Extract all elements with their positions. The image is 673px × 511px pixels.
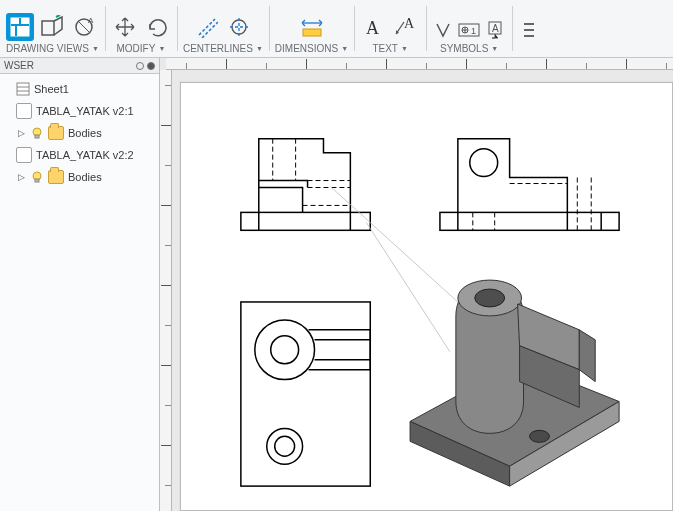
svg-rect-4 (42, 21, 54, 35)
svg-point-62 (530, 430, 550, 442)
ribbon-group-centerlines: CENTERLINES▼ (177, 0, 269, 57)
drawing-view-isometric (410, 280, 619, 486)
drawing-canvas[interactable]: Place projected view Or press Enter (160, 58, 673, 511)
svg-point-9 (232, 20, 246, 34)
ruler-vertical (160, 70, 172, 511)
component-icon (16, 103, 32, 119)
tree-node-bodies[interactable]: ▷ Bodies (2, 166, 157, 188)
chevron-down-icon: ▼ (92, 45, 99, 52)
svg-line-52 (366, 222, 450, 351)
chevron-down-icon: ▼ (491, 45, 498, 52)
ribbon-label-modify[interactable]: MODIFY▼ (116, 41, 165, 57)
ribbon-group-modify: MODIFY▼ (105, 0, 177, 57)
tree-label: Bodies (68, 171, 102, 183)
svg-rect-32 (35, 179, 39, 182)
drawing-view-right (440, 139, 619, 231)
tree-label: Sheet1 (34, 83, 69, 95)
centerline-icon[interactable] (193, 13, 221, 41)
move-icon[interactable] (111, 13, 139, 41)
ribbon-group-more (512, 0, 546, 57)
browser-title: WSER (4, 60, 34, 71)
ribbon: A DRAWING VIEWS▼ MODIFY▼ CENTERLINES▼ (0, 0, 673, 58)
expand-icon[interactable]: ▷ (18, 172, 26, 182)
bulb-icon[interactable] (30, 170, 44, 184)
svg-point-55 (271, 336, 299, 364)
drawing-view-top (241, 302, 370, 486)
chevron-down-icon: ▼ (401, 45, 408, 52)
svg-text:A: A (88, 16, 94, 25)
svg-rect-41 (440, 212, 619, 230)
base-view-icon[interactable] (6, 13, 34, 41)
browser-panel: WSER Sheet1 TABLA_YATAK v2:1 ▷ Bodies TA (0, 58, 160, 511)
ribbon-label-symbols[interactable]: SYMBOLS▼ (440, 41, 498, 57)
svg-rect-30 (35, 135, 39, 138)
tree-label: Bodies (68, 127, 102, 139)
ribbon-group-dimensions: DIMENSIONS▼ (269, 0, 354, 57)
tree-node-sheet[interactable]: Sheet1 (2, 78, 157, 100)
svg-rect-13 (303, 29, 321, 36)
svg-point-61 (475, 289, 505, 307)
svg-point-42 (470, 149, 498, 177)
ribbon-label-drawing-views[interactable]: DRAWING VIEWS▼ (6, 41, 99, 57)
chevron-down-icon: ▼ (341, 45, 348, 52)
svg-point-59 (275, 436, 295, 456)
ribbon-group-text: A A TEXT▼ (354, 0, 426, 57)
bulb-icon[interactable] (30, 126, 44, 140)
svg-rect-26 (17, 83, 29, 95)
tree-node-component[interactable]: TABLA_YATAK v2:2 (2, 144, 157, 166)
drawing-view-front (241, 139, 370, 231)
folder-icon (48, 170, 64, 184)
tree-node-component[interactable]: TABLA_YATAK v2:1 (2, 100, 157, 122)
surface-texture-icon[interactable] (432, 19, 454, 41)
svg-text:1: 1 (471, 26, 476, 36)
svg-point-58 (267, 428, 303, 464)
more-icon[interactable] (518, 19, 540, 41)
text-icon[interactable]: A (360, 13, 388, 41)
svg-text:A: A (492, 23, 499, 34)
browser-tree: Sheet1 TABLA_YATAK v2:1 ▷ Bodies TABLA_Y… (0, 74, 159, 192)
chevron-down-icon: ▼ (256, 45, 263, 52)
center-mark-icon[interactable] (225, 13, 253, 41)
section-view-icon[interactable]: A (70, 13, 98, 41)
browser-header: WSER (0, 58, 159, 74)
datum-id-icon[interactable]: A (484, 19, 506, 41)
ribbon-group-symbols: 1 A SYMBOLS▼ (426, 0, 512, 57)
drawing-sheet[interactable] (180, 82, 673, 511)
rotate-icon[interactable] (143, 13, 171, 41)
chevron-down-icon: ▼ (158, 45, 165, 52)
minimize-panel-icon[interactable] (136, 62, 144, 70)
tree-label: TABLA_YATAK v2:2 (36, 149, 134, 161)
feature-control-frame-icon[interactable]: 1 (458, 19, 480, 41)
dimension-icon[interactable] (298, 13, 326, 41)
projected-view-icon[interactable] (38, 13, 66, 41)
svg-point-54 (255, 320, 315, 380)
expand-icon[interactable]: ▷ (18, 128, 26, 138)
component-icon (16, 147, 32, 163)
close-panel-icon[interactable] (147, 62, 155, 70)
folder-icon (48, 126, 64, 140)
svg-text:A: A (366, 18, 379, 37)
ruler-horizontal (166, 58, 673, 70)
ribbon-label-dimensions[interactable]: DIMENSIONS▼ (275, 41, 348, 57)
tree-label: TABLA_YATAK v2:1 (36, 105, 134, 117)
ribbon-group-drawing-views: A DRAWING VIEWS▼ (0, 0, 105, 57)
sheet-icon (16, 82, 30, 96)
leader-text-icon[interactable]: A (392, 13, 420, 41)
ribbon-label-text[interactable]: TEXT▼ (372, 41, 408, 57)
svg-text:A: A (404, 16, 415, 31)
tree-node-bodies[interactable]: ▷ Bodies (2, 122, 157, 144)
ribbon-label-centerlines[interactable]: CENTERLINES▼ (183, 41, 263, 57)
